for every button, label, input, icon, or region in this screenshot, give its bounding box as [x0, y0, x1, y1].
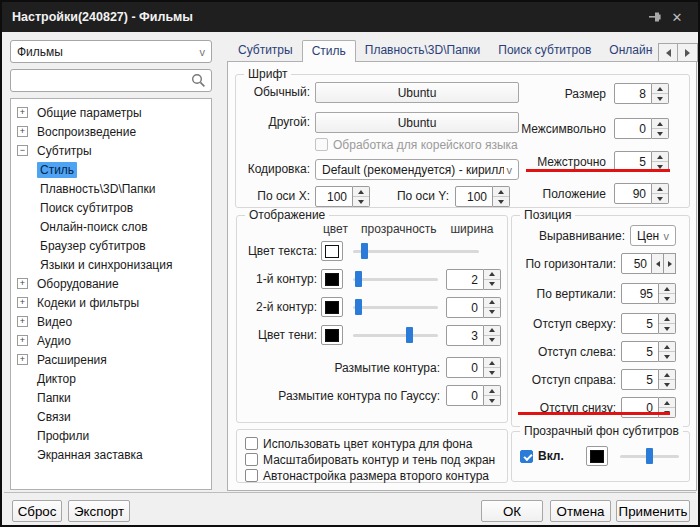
display-row: 1-й контур:2 — [243, 268, 501, 290]
position-spinner[interactable]: 90 — [614, 183, 669, 204]
tree-item[interactable]: Плавность\3D\Папки — [17, 179, 211, 198]
tree-item[interactable]: +Кодеки и фильтры — [17, 293, 211, 312]
tab-item[interactable]: Субтитры — [229, 40, 302, 62]
alignment-select[interactable]: Цен v — [630, 225, 676, 246]
transparency-slider[interactable] — [351, 297, 440, 317]
slider-thumb[interactable] — [355, 299, 362, 315]
blur-spinner[interactable]: 0 — [446, 357, 501, 378]
tree-item-label: Аудио — [34, 333, 74, 349]
slider-thumb[interactable] — [406, 327, 413, 343]
collapse-minus-icon[interactable]: − — [17, 145, 28, 156]
spin-left-button[interactable] — [652, 253, 664, 274]
margin-right-spinner[interactable]: 5 — [621, 369, 676, 390]
transparency-slider[interactable] — [351, 269, 440, 289]
color-swatch-button[interactable] — [321, 269, 343, 289]
tree-item[interactable]: Стиль — [17, 160, 211, 179]
apply-button[interactable]: Применить — [616, 500, 690, 522]
encoding-select[interactable]: Default (рекомендуется) - кирилли v — [315, 159, 519, 180]
vertical-spinner[interactable]: 95 — [621, 283, 676, 304]
expand-plus-icon[interactable]: + — [17, 354, 28, 365]
flag-checkbox[interactable]: Масштабировать контур и тень под экран — [245, 452, 507, 467]
transparency-column-header: прозрачность — [347, 222, 443, 236]
swatch-color — [325, 273, 339, 286]
enabled-checkbox[interactable] — [520, 450, 533, 463]
expand-plus-icon[interactable]: + — [17, 278, 28, 289]
color-swatch-button[interactable] — [321, 241, 343, 261]
spin-right-button[interactable] — [664, 253, 676, 274]
flag-label: Использовать цвет контура для фона — [263, 437, 472, 451]
cancel-button[interactable]: Отмена — [550, 500, 611, 522]
color-swatch-button[interactable] — [321, 297, 343, 317]
margin-left-spinner[interactable]: 5 — [621, 341, 676, 362]
tree-item[interactable]: Профили — [17, 426, 211, 445]
size-spinner[interactable]: 8 — [614, 83, 669, 104]
tree-item[interactable]: +Расширения — [17, 350, 211, 369]
other-font-button[interactable]: Ubuntu — [315, 112, 519, 133]
size-label: Размер — [565, 87, 606, 101]
blur-label: Размытие контура: — [334, 361, 440, 375]
width-spinner[interactable]: 3 — [446, 325, 501, 346]
expand-plus-icon[interactable]: + — [17, 335, 28, 346]
char-spacing-spinner[interactable]: 0 — [614, 118, 669, 139]
tab-item[interactable]: Плавность\3D\Папки — [356, 40, 489, 62]
transparency-slider[interactable] — [351, 241, 481, 261]
tree-item[interactable]: Диктор — [17, 369, 211, 388]
tab-scroll-right-button[interactable] — [678, 43, 698, 62]
horizontal-row: По горизонтали: 50 — [516, 253, 676, 274]
flag-checkbox[interactable]: Автонастройка размера второго контура — [245, 468, 507, 483]
expand-plus-icon[interactable]: + — [17, 126, 28, 137]
tree-item-label: Диктор — [34, 371, 79, 387]
blur-row: Размытие контура: 0 — [334, 357, 501, 378]
expand-plus-icon[interactable]: + — [17, 297, 28, 308]
transparent-bg-row: Вкл. — [520, 446, 681, 466]
tree-item[interactable]: +Общие параметры — [17, 103, 211, 122]
tree-item-label: Экранная заставка — [34, 447, 146, 463]
tree-item[interactable]: +Аудио — [17, 331, 211, 350]
tree-item[interactable]: Языки и синхронизация — [17, 255, 211, 274]
flag-checkbox[interactable]: Использовать цвет контура для фона — [245, 436, 507, 451]
display-row-label: Цвет тени: — [243, 328, 317, 342]
expand-plus-icon[interactable]: + — [17, 316, 28, 327]
slider-thumb[interactable] — [355, 271, 362, 287]
tree-item[interactable]: +Видео — [17, 312, 211, 331]
tab-item[interactable]: Поиск субтитров — [489, 40, 600, 62]
tree-item[interactable]: Поиск субтитров — [17, 198, 211, 217]
tab-item[interactable]: Стиль — [302, 40, 356, 62]
tree-item-label: Профили — [34, 428, 92, 444]
font-group-title: Шрифт — [244, 67, 291, 81]
tree-item[interactable]: +Воспроизведение — [17, 122, 211, 141]
tree-item[interactable]: Онлайн-поиск слов — [17, 217, 211, 236]
search-input[interactable] — [10, 69, 212, 92]
tab-scroll-left-button[interactable] — [658, 43, 678, 62]
tree-item[interactable]: Экранная заставка — [17, 445, 211, 464]
horizontal-spinner[interactable]: 50 — [621, 253, 676, 274]
expand-plus-icon[interactable]: + — [17, 107, 28, 118]
tab-bar: СубтитрыСтильПлавность\3D\ПапкиПоиск суб… — [229, 40, 653, 62]
tree-item[interactable]: −Субтитры — [17, 141, 211, 160]
ok-button[interactable]: ОК — [481, 500, 543, 522]
reset-button[interactable]: Сброс — [12, 500, 62, 522]
width-spinner[interactable]: 2 — [446, 269, 501, 290]
slider-thumb[interactable] — [361, 243, 368, 259]
color-swatch-button[interactable] — [321, 325, 343, 345]
normal-font-button[interactable]: Ubuntu — [315, 82, 519, 103]
profile-select[interactable]: Фильмы v — [10, 40, 212, 63]
tree-item[interactable]: Браузер субтитров — [17, 236, 211, 255]
tree-item[interactable]: Связи — [17, 407, 211, 426]
tree-item[interactable]: Папки — [17, 388, 211, 407]
axis-y-spinner[interactable]: 100 — [455, 186, 510, 207]
gauss-blur-spinner[interactable]: 0 — [446, 385, 501, 406]
width-spinner[interactable]: 0 — [446, 297, 501, 318]
slider-thumb[interactable] — [646, 448, 653, 464]
tree-item[interactable]: +Оборудование — [17, 274, 211, 293]
tab-item[interactable]: Онлайн-поиск с — [600, 40, 653, 62]
bg-transparency-slider[interactable] — [618, 446, 681, 466]
transparency-slider[interactable] — [351, 325, 440, 345]
enabled-label: Вкл. — [538, 449, 564, 463]
transparent-bg-title: Прозрачный фон субтитров — [520, 424, 683, 438]
korean-processing-checkbox[interactable]: Обработка для корейского языка — [315, 137, 518, 152]
size-row: Размер 8 — [565, 83, 669, 104]
export-button[interactable]: Экспорт — [68, 500, 130, 522]
margin-top-spinner[interactable]: 5 — [621, 313, 676, 334]
bg-color-swatch-button[interactable] — [586, 446, 608, 466]
